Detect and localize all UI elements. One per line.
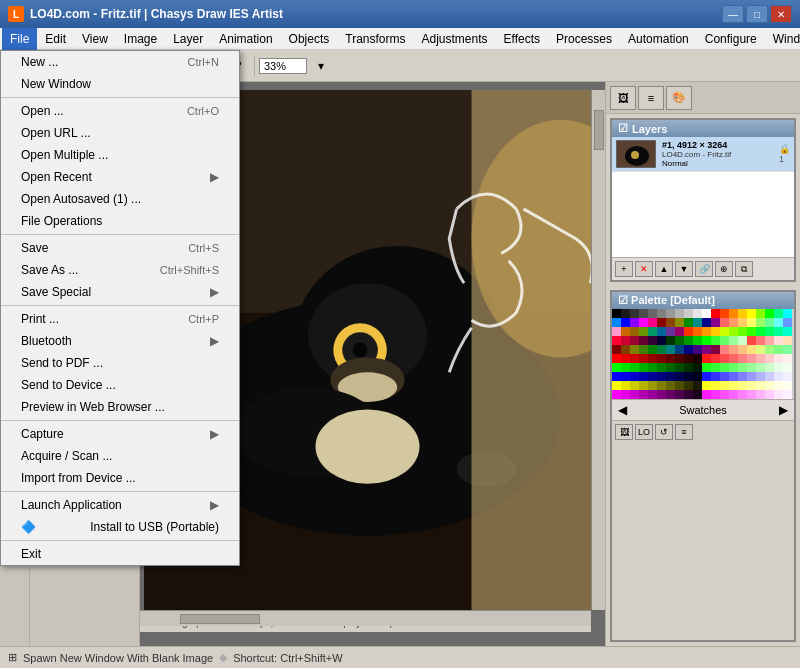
menu-item-send-pdf[interactable]: Send to PDF ...: [1, 352, 239, 374]
menu-item-capture[interactable]: Capture ▶: [1, 423, 239, 445]
palette-swatch-99[interactable]: [783, 345, 792, 354]
palette-swatch-23[interactable]: [639, 318, 648, 327]
menu-file[interactable]: File: [2, 28, 37, 50]
palette-swatch-71[interactable]: [711, 336, 720, 345]
palette-swatch-100[interactable]: [612, 354, 621, 363]
menu-item-open-url[interactable]: Open URL ...: [1, 122, 239, 144]
palette-swatch-194[interactable]: [738, 390, 747, 399]
layer-merge-btn[interactable]: ⊕: [715, 261, 733, 277]
palette-swatch-97[interactable]: [765, 345, 774, 354]
menu-item-launch[interactable]: Launch Application ▶: [1, 494, 239, 516]
palette-swatch-199[interactable]: [783, 390, 792, 399]
palette-swatch-101[interactable]: [621, 354, 630, 363]
palette-swatch-5[interactable]: [657, 309, 666, 318]
menu-item-acquire[interactable]: Acquire / Scan ...: [1, 445, 239, 467]
menu-objects[interactable]: Objects: [281, 28, 338, 50]
palette-swatch-170[interactable]: [702, 381, 711, 390]
palette-swatch-189[interactable]: [693, 390, 702, 399]
layer-delete-btn[interactable]: ✕: [635, 261, 653, 277]
maximize-button[interactable]: □: [746, 5, 768, 23]
palette-swatch-122[interactable]: [630, 363, 639, 372]
palette-swatch-132[interactable]: [720, 363, 729, 372]
palette-swatch-24[interactable]: [648, 318, 657, 327]
palette-swatch-10[interactable]: [702, 309, 711, 318]
palette-swatch-190[interactable]: [702, 390, 711, 399]
palette-swatch-93[interactable]: [729, 345, 738, 354]
palette-swatch-68[interactable]: [684, 336, 693, 345]
palette-swatch-95[interactable]: [747, 345, 756, 354]
palette-swatch-21[interactable]: [621, 318, 630, 327]
palette-swatch-76[interactable]: [756, 336, 765, 345]
palette-swatch-35[interactable]: [747, 318, 756, 327]
palette-swatch-1[interactable]: [621, 309, 630, 318]
palette-swatch-111[interactable]: [711, 354, 720, 363]
vertical-scrollbar-thumb[interactable]: [594, 110, 604, 150]
palette-swatch-81[interactable]: [621, 345, 630, 354]
palette-swatch-52[interactable]: [720, 327, 729, 336]
palette-swatch-72[interactable]: [720, 336, 729, 345]
palette-swatch-127[interactable]: [675, 363, 684, 372]
palette-swatch-143[interactable]: [639, 372, 648, 381]
palette-swatch-28[interactable]: [684, 318, 693, 327]
palette-swatch-162[interactable]: [630, 381, 639, 390]
palette-swatch-113[interactable]: [729, 354, 738, 363]
menu-automation[interactable]: Automation: [620, 28, 697, 50]
menu-transforms[interactable]: Transforms: [337, 28, 413, 50]
menu-animation[interactable]: Animation: [211, 28, 280, 50]
palette-swatch-36[interactable]: [756, 318, 765, 327]
palette-swatch-88[interactable]: [684, 345, 693, 354]
menu-adjustments[interactable]: Adjustments: [414, 28, 496, 50]
palette-swatch-15[interactable]: [747, 309, 756, 318]
palette-swatch-77[interactable]: [765, 336, 774, 345]
palette-swatch-123[interactable]: [639, 363, 648, 372]
panel-tab-2[interactable]: ≡: [638, 86, 664, 110]
palette-swatch-146[interactable]: [666, 372, 675, 381]
palette-swatch-86[interactable]: [666, 345, 675, 354]
palette-swatch-147[interactable]: [675, 372, 684, 381]
palette-swatch-155[interactable]: [747, 372, 756, 381]
palette-swatch-89[interactable]: [693, 345, 702, 354]
vertical-scrollbar[interactable]: [591, 90, 605, 610]
horizontal-scrollbar[interactable]: [140, 610, 591, 626]
horizontal-scrollbar-thumb[interactable]: [180, 614, 260, 624]
palette-swatch-26[interactable]: [666, 318, 675, 327]
palette-swatch-91[interactable]: [711, 345, 720, 354]
palette-swatch-18[interactable]: [774, 309, 783, 318]
palette-swatch-109[interactable]: [693, 354, 702, 363]
menu-item-file-operations[interactable]: File Operations: [1, 210, 239, 232]
palette-swatch-153[interactable]: [729, 372, 738, 381]
palette-swatch-125[interactable]: [657, 363, 666, 372]
palette-swatch-168[interactable]: [684, 381, 693, 390]
palette-swatch-167[interactable]: [675, 381, 684, 390]
palette-swatch-149[interactable]: [693, 372, 702, 381]
palette-swatch-79[interactable]: [783, 336, 792, 345]
palette-swatch-20[interactable]: [612, 318, 621, 327]
palette-swatch-39[interactable]: [783, 318, 792, 327]
palette-swatch-64[interactable]: [648, 336, 657, 345]
palette-swatch-50[interactable]: [702, 327, 711, 336]
palette-swatch-16[interactable]: [756, 309, 765, 318]
palette-swatch-126[interactable]: [666, 363, 675, 372]
palette-swatch-136[interactable]: [756, 363, 765, 372]
palette-swatch-108[interactable]: [684, 354, 693, 363]
palette-swatch-12[interactable]: [720, 309, 729, 318]
palette-swatch-31[interactable]: [711, 318, 720, 327]
palette-swatch-47[interactable]: [675, 327, 684, 336]
palette-swatch-74[interactable]: [738, 336, 747, 345]
palette-swatch-154[interactable]: [738, 372, 747, 381]
panel-tab-3[interactable]: 🎨: [666, 86, 692, 110]
menu-item-new-window[interactable]: New Window: [1, 73, 239, 95]
menu-item-preview-web[interactable]: Preview in Web Browser ...: [1, 396, 239, 418]
palette-swatch-98[interactable]: [774, 345, 783, 354]
palette-swatch-193[interactable]: [729, 390, 738, 399]
menu-item-print[interactable]: Print ... Ctrl+P: [1, 308, 239, 330]
palette-swatch-178[interactable]: [774, 381, 783, 390]
palette-swatch-73[interactable]: [729, 336, 738, 345]
palette-swatch-33[interactable]: [729, 318, 738, 327]
palette-swatch-165[interactable]: [657, 381, 666, 390]
palette-swatch-130[interactable]: [702, 363, 711, 372]
palette-swatch-27[interactable]: [675, 318, 684, 327]
palette-swatch-161[interactable]: [621, 381, 630, 390]
palette-swatch-176[interactable]: [756, 381, 765, 390]
palette-swatch-0[interactable]: [612, 309, 621, 318]
